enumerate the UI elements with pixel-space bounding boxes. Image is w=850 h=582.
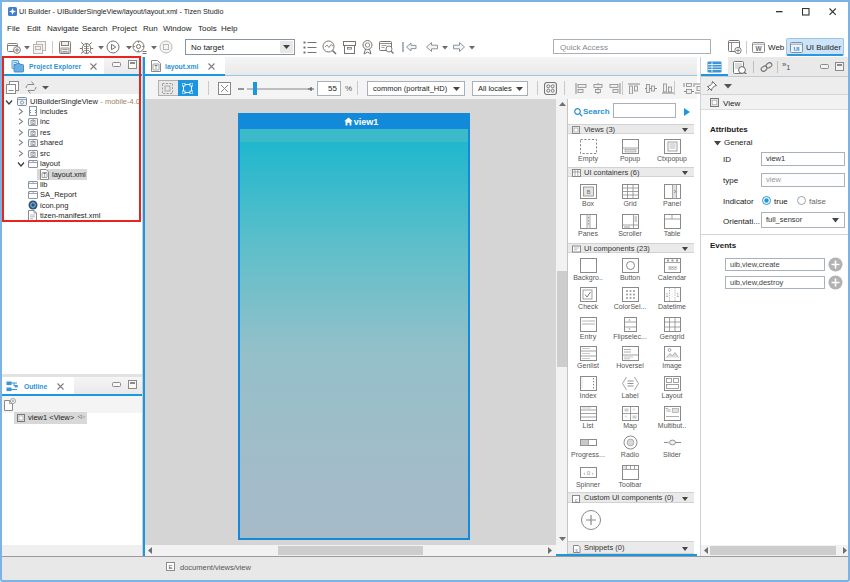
- svg-text:To:: To:: [665, 408, 671, 413]
- svg-text:888: 888: [668, 264, 677, 270]
- svg-text:B: B: [586, 189, 590, 195]
- svg-text:c: c: [575, 496, 578, 502]
- svg-text:W: W: [755, 45, 762, 52]
- svg-text:‹ 0 ›: ‹ 0 ›: [583, 469, 593, 475]
- svg-text:UI: UI: [794, 46, 800, 52]
- svg-text:E: E: [168, 564, 172, 570]
- svg-text::: :: [671, 293, 672, 298]
